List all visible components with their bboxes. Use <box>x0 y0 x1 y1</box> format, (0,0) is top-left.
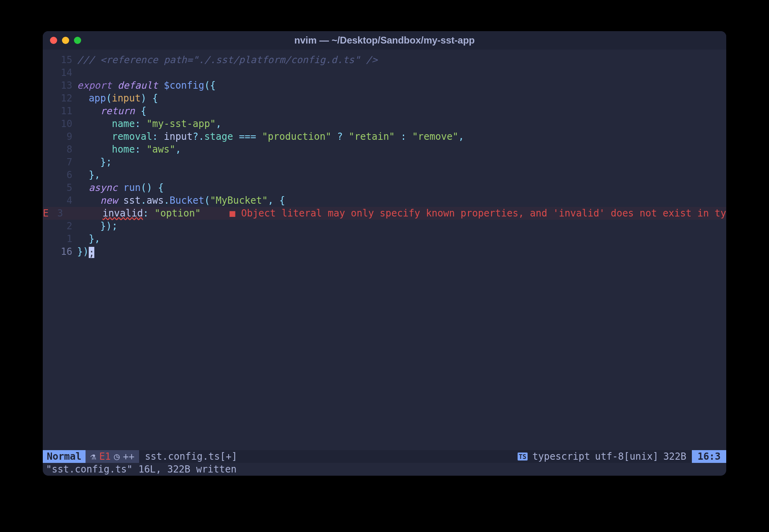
line-number: 14 <box>52 66 77 79</box>
line-number: 1 <box>52 232 77 245</box>
traffic-lights <box>50 37 81 44</box>
line-number: 7 <box>52 156 77 169</box>
window-title: nvim — ~/Desktop/Sandbox/my-sst-app <box>43 35 726 46</box>
window-titlebar: nvim — ~/Desktop/Sandbox/my-sst-app <box>43 31 726 50</box>
line-number: 15 <box>52 54 77 66</box>
vim-mode: Normal <box>43 450 86 463</box>
code-line-cursor: 16 }); <box>43 245 726 258</box>
status-line: Normal ⚗ E1 ◷ ++ sst.config.ts[+] TS typ… <box>43 450 726 463</box>
code-line-error: E 3 invalid: "option" ■ Object literal m… <box>43 207 726 220</box>
error-sign: E <box>43 207 49 220</box>
code-line: 1 }, <box>43 232 726 245</box>
error-count: E1 <box>99 451 111 462</box>
code-line: 5 async run() { <box>43 181 726 194</box>
code-line: 8 home: "aws", <box>43 143 726 156</box>
line-number: 13 <box>52 79 77 92</box>
command-line: "sst.config.ts" 16L, 322B written <box>43 463 726 476</box>
encoding: utf-8[unix] <box>595 451 658 462</box>
modified-indicator: ++ <box>123 451 135 462</box>
line-number: 16 <box>52 245 77 258</box>
filetype: typescript <box>532 451 590 462</box>
line-number: 8 <box>52 143 77 156</box>
line-number: 2 <box>52 220 77 232</box>
flask-icon: ⚗ <box>90 451 96 462</box>
code-line: 2 }); <box>43 220 726 232</box>
line-number: 6 <box>52 169 77 181</box>
clock-icon: ◷ <box>114 451 120 462</box>
code-line: 11 return { <box>43 105 726 117</box>
cursor-position: 16:3 <box>692 450 726 463</box>
diagnostic-icon: ■ <box>229 208 235 219</box>
line-number: 9 <box>52 130 77 143</box>
code-line: 15 /// <reference path="./.sst/platform/… <box>43 54 726 66</box>
code-line: 9 removal: input?.stage === "production"… <box>43 130 726 143</box>
code-line: 7 }; <box>43 156 726 169</box>
line-number: 11 <box>52 105 77 117</box>
error-token: invalid <box>102 208 143 219</box>
filename: sst.config.ts[+] <box>139 451 243 462</box>
code-line: 10 name: "my-sst-app", <box>43 117 726 130</box>
code-line: 14 <box>43 66 726 79</box>
sign-column <box>43 54 52 66</box>
editor-viewport[interactable]: 15 /// <reference path="./.sst/platform/… <box>43 50 726 450</box>
code-line: 6 }, <box>43 169 726 181</box>
close-window-button[interactable] <box>50 37 57 44</box>
line-number: 10 <box>52 117 77 130</box>
terminal-window: nvim — ~/Desktop/Sandbox/my-sst-app 15 /… <box>43 31 726 476</box>
minimize-window-button[interactable] <box>62 37 69 44</box>
ts-badge-icon: TS <box>518 453 528 461</box>
code-line: 4 new sst.aws.Bucket("MyBucket", { <box>43 194 726 207</box>
maximize-window-button[interactable] <box>74 37 81 44</box>
filesize: 322B <box>663 451 686 462</box>
diagnostic-message: Object literal may only specify known pr… <box>241 208 726 219</box>
diagnostics-segment: ⚗ E1 ◷ ++ <box>86 450 139 463</box>
code-line: 13 export default $config({ <box>43 79 726 92</box>
code-line: 12 app(input) { <box>43 92 726 105</box>
line-number: 5 <box>52 181 77 194</box>
line-number: 4 <box>52 194 77 207</box>
code-content: /// <reference path="./.sst/platform/con… <box>77 54 377 66</box>
line-number: 3 <box>49 207 68 220</box>
line-number: 12 <box>52 92 77 105</box>
status-right: TS typescript utf-8[unix] 322B <box>512 451 692 462</box>
cursor: ; <box>89 247 94 258</box>
